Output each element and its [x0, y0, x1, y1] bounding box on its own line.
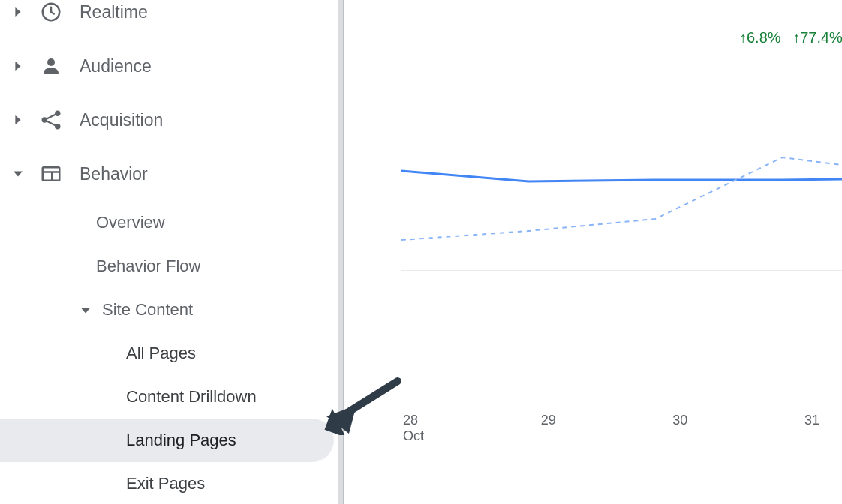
sidebar-item-content-drilldown[interactable]: Content Drilldown	[0, 375, 338, 418]
sidebar-item-exit-pages[interactable]: Exit Pages	[0, 462, 338, 504]
metric-card[interactable]: £9.7K ↑77.4%	[792, 0, 842, 46]
sidebar-item-label: Overview	[96, 213, 165, 232]
sidebar-item-behavior[interactable]: Behavior	[0, 147, 338, 201]
metric-card[interactable]: 10K ↑6.8%	[739, 0, 792, 46]
sidebar-item-label: Realtime	[80, 2, 338, 22]
clock-icon	[36, 1, 66, 23]
layout-icon	[36, 163, 66, 185]
metric-row-partial: 10K ↑6.8% £9.7K ↑77.4% 0.97% ↑35.1%	[739, 0, 842, 46]
sidebar-item-overview[interactable]: Overview	[0, 201, 338, 244]
metric-delta: ↑6.8%	[739, 29, 792, 46]
metric-delta: ↑77.4%	[792, 29, 842, 46]
sidebar-item-label: Behavior Flow	[96, 256, 200, 276]
x-tick: 28 Oct	[403, 412, 424, 444]
arrow-up-icon: ↑	[792, 29, 800, 46]
share-icon	[36, 109, 66, 131]
arrow-up-icon: ↑	[739, 29, 747, 46]
sidebar-item-label: Acquisition	[80, 110, 338, 130]
sidebar: Realtime Audience Acquisition Behavior O…	[0, 0, 338, 504]
sidebar-item-label: Site Content	[102, 300, 193, 320]
svg-point-1	[47, 58, 55, 66]
sidebar-item-label: Audience	[80, 56, 338, 76]
sidebar-item-acquisition[interactable]: Acquisition	[0, 93, 338, 147]
chevron-right-icon	[0, 8, 36, 16]
chevron-right-icon	[0, 62, 36, 70]
x-axis: 28 Oct 29 30 31	[401, 412, 842, 444]
sidebar-item-label: Landing Pages	[126, 430, 236, 450]
person-icon	[36, 55, 66, 77]
sidebar-item-label: Exit Pages	[126, 474, 205, 494]
sidebar-item-realtime[interactable]: Realtime	[0, 0, 338, 39]
sidebar-item-all-pages[interactable]: All Pages	[0, 332, 338, 375]
sidebar-item-label: All Pages	[126, 344, 196, 363]
main-content: 10K ↑6.8% £9.7K ↑77.4% 0.97% ↑35.1%	[345, 0, 842, 504]
chevron-down-icon	[0, 170, 36, 178]
chart-lines	[401, 90, 842, 450]
x-tick: 31	[804, 412, 819, 444]
sidebar-item-label: Behavior	[80, 164, 338, 184]
sidebar-item-label: Content Drilldown	[126, 387, 257, 406]
sidebar-item-landing-pages[interactable]: Landing Pages	[0, 418, 334, 462]
sidebar-item-behavior-flow[interactable]: Behavior Flow	[0, 244, 338, 288]
line-chart[interactable]: 28 Oct 29 30 31	[401, 90, 842, 450]
x-tick: 29	[541, 412, 556, 444]
sidebar-item-site-content[interactable]: Site Content	[0, 288, 338, 332]
sidebar-item-audience[interactable]: Audience	[0, 39, 338, 93]
sidebar-resize-handle[interactable]	[338, 0, 344, 504]
chevron-down-icon	[81, 300, 102, 320]
chevron-right-icon	[0, 116, 36, 124]
x-tick: 30	[672, 412, 687, 444]
